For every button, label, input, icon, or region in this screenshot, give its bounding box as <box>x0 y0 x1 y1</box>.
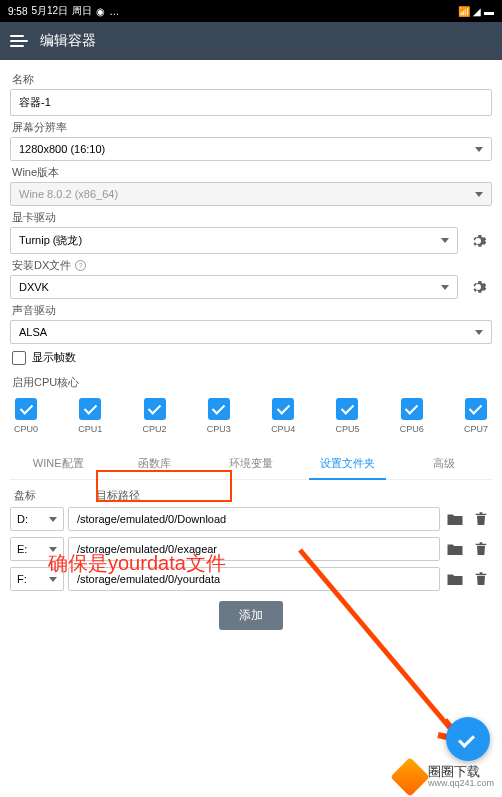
annotation-text: 确保是yourdata文件 <box>48 550 226 577</box>
cpu-item[interactable]: CPU1 <box>78 398 102 434</box>
help-icon[interactable]: ? <box>75 260 86 271</box>
drive-row: D: /storage/emulated/0/Download <box>10 507 492 531</box>
audio-select[interactable]: ALSA <box>10 320 492 344</box>
cpu-label: 启用CPU核心 <box>12 375 490 390</box>
dx-label: 安装DX文件 ? <box>12 258 490 273</box>
cpu-item[interactable]: CPU0 <box>14 398 38 434</box>
name-input[interactable]: 容器-1 <box>10 89 492 116</box>
gpu-label: 显卡驱动 <box>12 210 490 225</box>
watermark-logo-icon <box>390 757 430 797</box>
gpu-settings-button[interactable] <box>464 227 492 254</box>
audio-label: 声音驱动 <box>12 303 490 318</box>
tab-advanced[interactable]: 高级 <box>396 448 492 479</box>
chevron-down-icon <box>441 238 449 243</box>
delete-button[interactable] <box>470 507 492 531</box>
check-icon <box>144 398 166 420</box>
chevron-down-icon <box>441 285 449 290</box>
status-date: 5月12日 <box>31 4 68 18</box>
tab-folders[interactable]: 设置文件夹 <box>299 448 395 479</box>
chevron-down-icon <box>49 517 57 522</box>
cpu-item[interactable]: CPU4 <box>271 398 295 434</box>
check-icon <box>272 398 294 420</box>
fps-checkbox-row[interactable]: 显示帧数 <box>10 344 492 371</box>
folder-icon <box>446 511 464 527</box>
menu-icon[interactable] <box>10 35 28 47</box>
chevron-down-icon <box>475 147 483 152</box>
cpu-item[interactable]: CPU5 <box>335 398 359 434</box>
watermark: 圈圈下载 www.qq241.com <box>396 763 494 791</box>
resolution-label: 屏幕分辨率 <box>12 120 490 135</box>
add-button[interactable]: 添加 <box>219 601 283 630</box>
signal-icon: ◢ <box>473 6 481 17</box>
wine-select: Wine 8.0.2 (x86_64) <box>10 182 492 206</box>
gear-icon <box>469 232 487 250</box>
dx-settings-button[interactable] <box>464 275 492 299</box>
cpu-item[interactable]: CPU7 <box>464 398 488 434</box>
chevron-down-icon <box>475 330 483 335</box>
fab-confirm-button[interactable] <box>446 717 490 761</box>
resolution-select[interactable]: 1280x800 (16:10) <box>10 137 492 161</box>
cpu-item[interactable]: CPU2 <box>143 398 167 434</box>
tab-registry[interactable]: 函数库 <box>106 448 202 479</box>
app-header: 编辑容器 <box>0 22 502 60</box>
gpu-select[interactable]: Turnip (骁龙) <box>10 227 458 254</box>
checkbox-icon <box>12 351 26 365</box>
page-title: 编辑容器 <box>40 32 96 50</box>
tab-wine[interactable]: WINE配置 <box>10 448 106 479</box>
status-bar: 9:58 5月12日 周日 ◉ … 📶 ◢ ▬ <box>0 0 502 22</box>
check-icon <box>465 398 487 420</box>
chevron-down-icon <box>475 192 483 197</box>
chevron-down-icon <box>49 577 57 582</box>
tab-envvars[interactable]: 环境变量 <box>203 448 299 479</box>
wifi-icon: 📶 <box>458 6 470 17</box>
status-more-icon: … <box>109 6 119 17</box>
tabs: WINE配置 函数库 环境变量 设置文件夹 高级 <box>10 448 492 480</box>
cpu-item[interactable]: CPU3 <box>207 398 231 434</box>
check-icon <box>208 398 230 420</box>
drive-path-input[interactable]: /storage/emulated/0/Download <box>68 507 440 531</box>
name-label: 名称 <box>12 72 490 87</box>
gear-icon <box>469 278 487 296</box>
check-icon <box>15 398 37 420</box>
check-icon <box>401 398 423 420</box>
browse-button[interactable] <box>444 507 466 531</box>
wine-label: Wine版本 <box>12 165 490 180</box>
battery-icon: ▬ <box>484 6 494 17</box>
dx-select[interactable]: DXVK <box>10 275 458 299</box>
status-dot-icon: ◉ <box>96 6 105 17</box>
check-icon <box>336 398 358 420</box>
trash-icon <box>473 510 489 528</box>
check-icon <box>79 398 101 420</box>
drive-letter-select[interactable]: D: <box>10 507 64 531</box>
status-time: 9:58 <box>8 6 27 17</box>
cpu-item[interactable]: CPU6 <box>400 398 424 434</box>
cpu-grid: CPU0 CPU1 CPU2 CPU3 CPU4 CPU5 CPU6 CPU7 <box>10 392 492 440</box>
status-day: 周日 <box>72 4 92 18</box>
drive-header: 盘标 目标路径 <box>10 480 492 507</box>
